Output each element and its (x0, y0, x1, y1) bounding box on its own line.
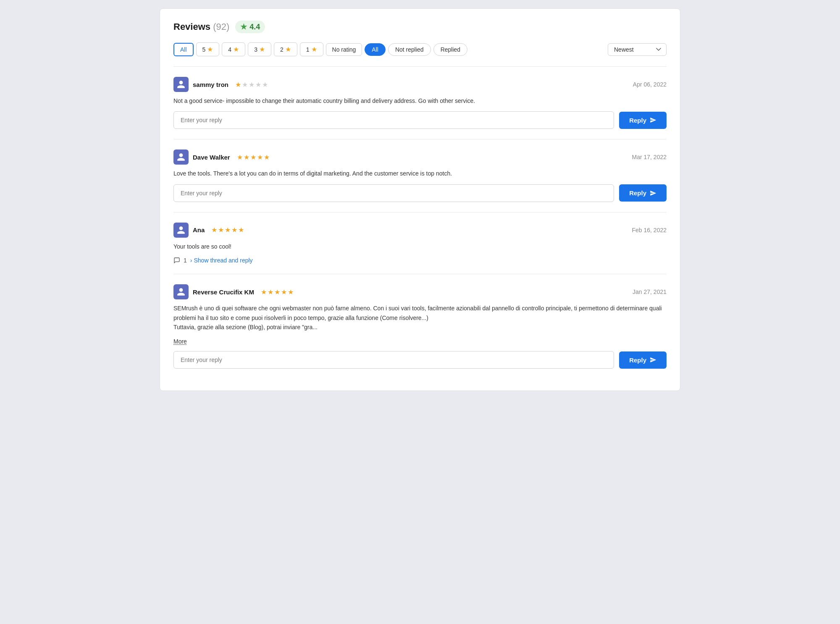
star-2: ★ (244, 153, 249, 161)
filter-all-btn[interactable]: All (173, 43, 194, 56)
reply-input[interactable] (173, 111, 614, 129)
thread-row: 1 › Show thread and reply (173, 257, 667, 264)
filter-5-btn[interactable]: 5 ★ (196, 42, 220, 56)
filter-5-label: 5 (202, 46, 206, 53)
reviews-title: Reviews (92) (173, 21, 229, 32)
reviewer-info: Reverse Crucifix KM ★ ★ ★ ★ ★ (173, 284, 294, 299)
filters-row: All 5 ★ 4 ★ 3 ★ 2 ★ 1 ★ No rating All No… (173, 42, 667, 56)
reviewer-name: Ana (193, 226, 205, 233)
show-thread-link[interactable]: › Show thread and reply (190, 257, 253, 264)
reviews-header: Reviews (92) ★ 4.4 (173, 21, 667, 33)
sort-select[interactable]: Newest Oldest Highest rating Lowest rati… (608, 43, 667, 56)
avatar (173, 223, 189, 238)
reply-label: Reply (629, 189, 646, 197)
reply-label: Reply (629, 357, 646, 364)
rating-value: 4.4 (249, 23, 260, 31)
filter-2-btn[interactable]: 2 ★ (274, 42, 297, 56)
star-5: ★ (264, 153, 270, 161)
review-date: Apr 06, 2022 (633, 81, 667, 88)
star-icon: ★ (207, 45, 213, 53)
send-icon (650, 357, 656, 363)
avatar (173, 284, 189, 299)
thread-count: 1 (184, 257, 187, 264)
avatar (173, 77, 189, 92)
reply-filter-not-replied-btn[interactable]: Not replied (388, 43, 431, 56)
reviewer-info: Ana ★ ★ ★ ★ ★ (173, 223, 244, 238)
star-4: ★ (231, 226, 237, 234)
star-2: ★ (268, 288, 273, 296)
reply-row: Reply (173, 351, 667, 369)
star-5: ★ (262, 81, 268, 89)
send-icon (650, 117, 656, 123)
star-icon: ★ (285, 45, 291, 53)
filter-no-rating-btn[interactable]: No rating (326, 43, 362, 56)
review-text: Your tools are so cool! (173, 242, 667, 251)
review-text-truncated: Tuttavia, grazie alla sezione (Blog), po… (173, 324, 318, 330)
star-rating: ★ ★ ★ ★ ★ (211, 226, 244, 234)
reply-input[interactable] (173, 351, 614, 369)
more-link[interactable]: More (173, 338, 187, 345)
reply-label: Reply (629, 117, 646, 124)
filter-3-btn[interactable]: 3 ★ (248, 42, 271, 56)
star-rating: ★ ★ ★ ★ ★ (235, 81, 268, 89)
reviewer-name: sammy tron (193, 81, 228, 88)
filter-4-btn[interactable]: 4 ★ (222, 42, 245, 56)
review-text: Not a good service- impossible to change… (173, 96, 667, 105)
chevron-right-icon: › (190, 257, 192, 264)
star-3: ★ (250, 153, 256, 161)
review-date: Feb 16, 2022 (632, 227, 667, 233)
star-2: ★ (218, 226, 224, 234)
reply-button[interactable]: Reply (619, 184, 667, 202)
review-item: Dave Walker ★ ★ ★ ★ ★ Mar 17, 2022 Love … (173, 139, 667, 212)
thread-label: Show thread and reply (194, 257, 252, 264)
star-3: ★ (249, 81, 255, 89)
star-4: ★ (281, 288, 287, 296)
reply-filter-all-btn[interactable]: All (365, 43, 386, 56)
star-5: ★ (238, 226, 244, 234)
reviewer-name: Dave Walker (193, 154, 230, 161)
review-date: Jan 27, 2021 (633, 288, 667, 295)
reviewer-name: Reverse Crucifix KM (193, 288, 254, 296)
star-2: ★ (242, 81, 248, 89)
review-item: Reverse Crucifix KM ★ ★ ★ ★ ★ Jan 27, 20… (173, 274, 667, 379)
star-5: ★ (288, 288, 294, 296)
title-text: Reviews (173, 21, 210, 32)
filter-2-label: 2 (280, 46, 284, 53)
review-text-content: SEMrush è uno di quei software che ogni … (173, 305, 662, 321)
star-4: ★ (255, 81, 261, 89)
star-1: ★ (235, 81, 241, 89)
review-date: Mar 17, 2022 (632, 154, 667, 160)
review-item: sammy tron ★ ★ ★ ★ ★ Apr 06, 2022 Not a … (173, 67, 667, 139)
star-icon: ★ (240, 22, 247, 31)
review-text: Love the tools. There's a lot you can do… (173, 169, 667, 178)
reviewer-info: sammy tron ★ ★ ★ ★ ★ (173, 77, 268, 92)
star-1: ★ (211, 226, 217, 234)
star-rating: ★ ★ ★ ★ ★ (237, 153, 270, 161)
reply-row: Reply (173, 184, 667, 202)
send-icon (650, 190, 656, 197)
reply-input[interactable] (173, 184, 614, 202)
filter-3-label: 3 (254, 46, 257, 53)
reply-filter-replied-btn[interactable]: Replied (433, 43, 467, 56)
reply-button[interactable]: Reply (619, 112, 667, 129)
star-4: ★ (257, 153, 263, 161)
review-item: Ana ★ ★ ★ ★ ★ Feb 16, 2022 Your tools ar… (173, 212, 667, 274)
filter-1-label: 1 (306, 46, 310, 53)
star-icon: ★ (311, 45, 317, 53)
star-3: ★ (274, 288, 280, 296)
reviews-count: (92) (213, 21, 229, 32)
star-rating: ★ ★ ★ ★ ★ (261, 288, 294, 296)
star-3: ★ (225, 226, 231, 234)
filter-1-btn[interactable]: 1 ★ (300, 42, 323, 56)
star-icon: ★ (259, 45, 265, 53)
reply-button[interactable]: Reply (619, 351, 667, 369)
review-top: Dave Walker ★ ★ ★ ★ ★ Mar 17, 2022 (173, 149, 667, 165)
reviews-card: Reviews (92) ★ 4.4 All 5 ★ 4 ★ 3 ★ 2 ★ 1… (160, 8, 680, 391)
review-top: sammy tron ★ ★ ★ ★ ★ Apr 06, 2022 (173, 77, 667, 92)
star-1: ★ (261, 288, 267, 296)
filter-4-label: 4 (228, 46, 231, 53)
comment-icon (173, 257, 180, 264)
reply-row: Reply (173, 111, 667, 129)
reviewer-info: Dave Walker ★ ★ ★ ★ ★ (173, 149, 270, 165)
review-top: Ana ★ ★ ★ ★ ★ Feb 16, 2022 (173, 223, 667, 238)
